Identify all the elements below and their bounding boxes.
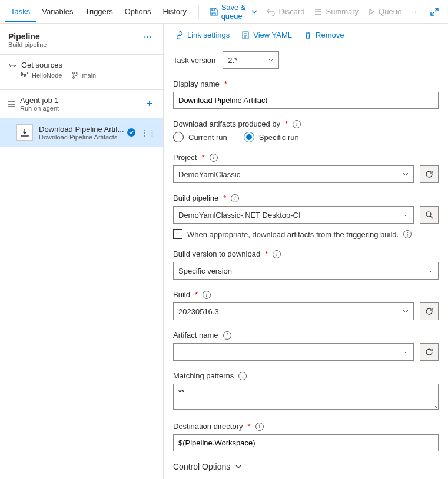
task-item-selected[interactable]: Download Pipeline Artif... Download Pipe… (0, 118, 163, 147)
check-icon (127, 128, 136, 137)
build-pipeline-select[interactable]: DemoYamlClassic-.NET Desktop-CI (173, 206, 414, 224)
view-yaml-button[interactable]: View YAML (241, 31, 292, 39)
display-name-label: Display name (173, 79, 220, 88)
sources-title: Get sources (21, 61, 62, 69)
save-queue-button[interactable]: Save & queue (205, 0, 263, 24)
tab-tasks[interactable]: Tasks (5, 1, 36, 22)
summary-button[interactable]: Summary (309, 4, 363, 19)
display-name-input[interactable] (173, 92, 439, 109)
save-queue-label: Save & queue (221, 3, 248, 21)
task-version-label: Task version (173, 56, 215, 65)
drag-handle[interactable]: ⋮⋮ (140, 128, 157, 137)
refresh-artifact-button[interactable] (420, 343, 439, 361)
search-pipeline-button[interactable] (420, 206, 439, 224)
job-icon (7, 100, 15, 108)
triggering-build-checkbox[interactable] (173, 229, 182, 239)
link-settings-button[interactable]: Link settings (175, 31, 230, 39)
refresh-icon (425, 307, 433, 315)
info-icon[interactable]: i (255, 423, 264, 431)
build-version-label: Build version to download (173, 250, 260, 258)
chevron-down-icon (251, 9, 257, 15)
project-select[interactable]: DemoYamlClassic (173, 165, 414, 183)
build-select[interactable]: 20230516.3 (173, 302, 414, 320)
build-version-value: Specific version (178, 267, 232, 275)
download-artifact-icon (16, 124, 33, 141)
link-icon (175, 31, 184, 39)
search-icon (425, 211, 433, 219)
info-icon[interactable]: i (210, 154, 218, 162)
info-icon[interactable]: i (403, 230, 412, 238)
get-sources-item[interactable]: Get sources HelloNode main (0, 55, 163, 84)
task-title: Download Pipeline Artif... (39, 125, 127, 134)
triggering-build-label: When appropriate, download artifacts fro… (187, 230, 399, 239)
discard-label: Discard (278, 7, 304, 16)
build-value: 20230516.3 (178, 307, 219, 316)
chevron-down-icon (403, 171, 409, 177)
queue-button[interactable]: Queue (363, 4, 406, 19)
radio-specific-run[interactable]: Specific run (244, 132, 299, 142)
divider (198, 5, 199, 19)
info-icon[interactable]: i (238, 372, 247, 380)
chevron-down-icon (427, 268, 433, 274)
artifact-select[interactable] (173, 343, 414, 361)
control-options-label: Control Options (173, 462, 230, 471)
remove-label: Remove (316, 31, 344, 39)
refresh-build-button[interactable] (420, 302, 439, 320)
repo-indicator: HelloNode (21, 72, 62, 79)
radio-current-run-label: Current run (188, 133, 227, 142)
artifact-label: Artifact name (173, 331, 218, 340)
repo-icon (21, 72, 28, 78)
patterns-label: Matching patterns (173, 371, 234, 380)
queue-label: Queue (379, 7, 401, 16)
save-icon (210, 8, 218, 16)
sources-icon (8, 61, 16, 69)
pipeline-more-button[interactable]: ··· (141, 32, 155, 42)
refresh-project-button[interactable] (420, 165, 439, 183)
build-label: Build (173, 290, 190, 299)
dest-dir-input[interactable] (173, 434, 439, 451)
expand-icon (430, 8, 439, 16)
list-icon (314, 8, 322, 16)
info-icon[interactable]: i (273, 250, 281, 258)
discard-button[interactable]: Discard (262, 4, 309, 19)
tab-options[interactable]: Options (119, 1, 157, 22)
play-icon (368, 8, 375, 15)
add-task-button[interactable]: + (142, 98, 156, 110)
chevron-down-icon (268, 57, 274, 63)
project-label: Project (173, 153, 197, 162)
produced-by-label: Download artifacts produced by (173, 119, 280, 128)
chevron-down-icon (403, 212, 409, 218)
chevron-down-icon (403, 349, 409, 355)
task-version-value: 2.* (228, 56, 237, 65)
job-title: Agent job 1 (20, 96, 142, 105)
radio-specific-run-label: Specific run (259, 133, 299, 142)
yaml-icon (241, 31, 250, 39)
refresh-icon (425, 348, 433, 356)
info-icon[interactable]: i (203, 291, 211, 299)
fullscreen-button[interactable] (426, 4, 443, 19)
build-pipeline-value: DemoYamlClassic-.NET Desktop-CI (178, 211, 301, 219)
task-version-select[interactable]: 2.* (223, 51, 279, 69)
build-pipeline-label: Build pipeline (173, 194, 218, 202)
info-icon[interactable]: i (223, 331, 231, 340)
remove-button[interactable]: Remove (304, 31, 344, 39)
branch-icon (72, 72, 78, 79)
patterns-textarea[interactable] (173, 384, 439, 410)
project-value: DemoYamlClassic (178, 170, 240, 179)
info-icon[interactable]: i (293, 120, 301, 128)
tab-variables[interactable]: Variables (36, 1, 79, 22)
summary-label: Summary (326, 7, 359, 16)
pipeline-title: Pipeline (8, 32, 141, 41)
chevron-down-icon (235, 463, 242, 470)
control-options-section[interactable]: Control Options (173, 462, 439, 471)
info-icon[interactable]: i (231, 194, 239, 202)
tab-triggers[interactable]: Triggers (79, 1, 118, 22)
agent-job-item[interactable]: Agent job 1 Run on agent + (0, 89, 163, 118)
dest-dir-label: Destination directory (173, 422, 243, 431)
link-settings-label: Link settings (187, 31, 230, 39)
radio-current-run[interactable]: Current run (173, 132, 227, 142)
more-button[interactable]: ··· (406, 4, 426, 19)
build-version-select[interactable]: Specific version (173, 262, 439, 280)
refresh-icon (425, 170, 433, 178)
tab-history[interactable]: History (157, 1, 192, 22)
